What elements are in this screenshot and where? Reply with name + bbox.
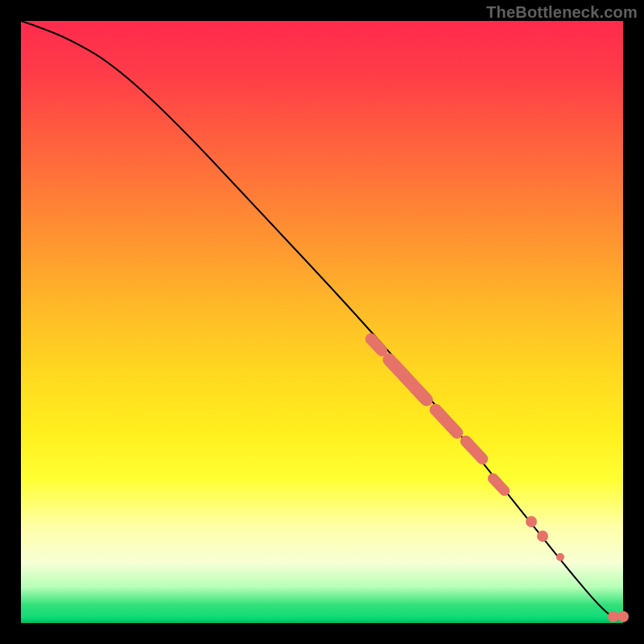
marker-point <box>537 530 548 542</box>
marker-cluster <box>427 401 466 441</box>
marker-point <box>556 553 564 561</box>
chart-stage: TheBottleneck.com <box>0 0 644 644</box>
watermark-text: TheBottleneck.com <box>486 3 638 22</box>
marker-layer <box>21 21 623 623</box>
plot-area <box>21 21 623 623</box>
marker-cluster <box>458 433 490 467</box>
marker-cluster <box>380 351 436 409</box>
marker-point <box>617 611 629 622</box>
marker-cluster <box>485 471 512 498</box>
marker-point <box>526 516 537 527</box>
